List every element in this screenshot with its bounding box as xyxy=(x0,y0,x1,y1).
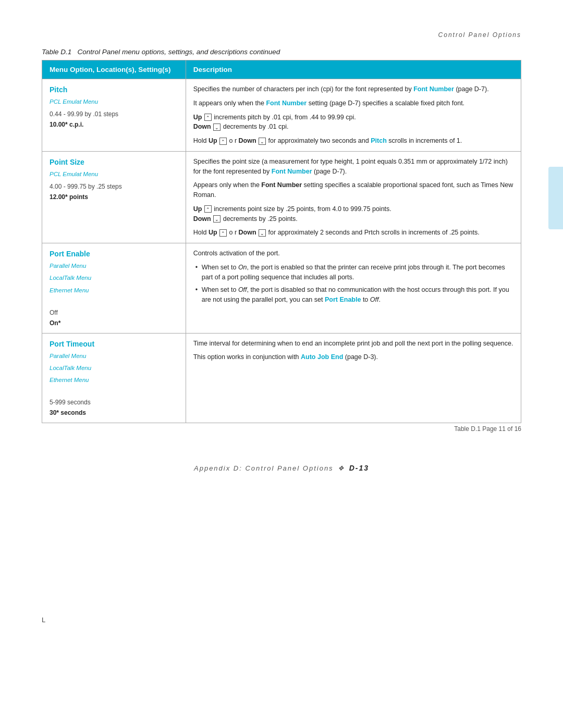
table-footer: Table D.1 Page 11 of 16 xyxy=(42,425,521,433)
option-name-porttimeout: Port Timeout xyxy=(50,339,178,350)
option-setting-porttimeout-1: 5-999 seconds xyxy=(50,398,178,407)
table-row: Port Timeout Parallel Menu LocalTalk Men… xyxy=(42,333,521,423)
hold-up-pointsize: Up xyxy=(209,229,217,236)
footer-left: Appendix D: Control Panel Options xyxy=(194,464,334,472)
down-label-pitch: Down xyxy=(193,123,211,130)
option-setting-pitch-1: 0.44 - 99.99 by .01 steps xyxy=(50,109,178,119)
option-location-porttimeout-3: Ethernet Menu xyxy=(50,376,178,385)
option-cell-porttimeout: Port Timeout Parallel Menu LocalTalk Men… xyxy=(42,333,186,423)
table-row: Point Size PCL Emulat Menu 4.00 - 999.75… xyxy=(42,151,521,243)
table-row: Pitch PCL Emulat Menu 0.44 - 99.99 by .0… xyxy=(42,79,521,152)
desc-cell-pointsize: Specifies the point size (a measurement … xyxy=(186,151,521,243)
desc-cell-pitch: Specifies the number of characters per i… xyxy=(186,79,521,152)
hold-up-arrow-pointsize: ⌃ xyxy=(219,229,227,237)
down-label-pointsize: Down xyxy=(193,215,211,223)
option-location-porttimeout-2: LocalTalk Menu xyxy=(50,364,178,373)
desc-cyan-pitch-1: Font Number xyxy=(413,85,454,93)
table-row: Port Enable Parallel Menu LocalTalk Menu… xyxy=(42,243,521,334)
table-caption-text: Control Panel menu options, settings, an… xyxy=(78,48,248,56)
hold-down-pitch: Down xyxy=(239,137,256,144)
desc-cyan-pointsize-1: Font Number xyxy=(272,168,312,175)
pitch-cyan-ref: Pitch xyxy=(371,137,387,144)
table-caption-continued: continued xyxy=(250,48,280,56)
list-item: When set to On, the port is enabled so t… xyxy=(193,263,513,282)
option-setting-pointsize-1: 4.00 - 999.75 by .25 steps xyxy=(50,182,178,191)
hold-up-arrow-pitch: ⌃ xyxy=(219,138,227,145)
option-name-pitch: Pitch xyxy=(50,84,178,95)
hold-down-arrow-pitch: ⌄ xyxy=(259,138,266,145)
col2-header: Description xyxy=(186,60,521,79)
hold-up-pitch: Up xyxy=(209,137,217,144)
option-location-portenable-2: LocalTalk Menu xyxy=(50,274,178,282)
option-setting-portenable-1: Off xyxy=(50,308,178,317)
option-setting-portenable-2: On* xyxy=(50,318,178,328)
header-title: Control Panel Options xyxy=(438,31,521,39)
side-tab-decoration xyxy=(548,167,563,229)
desc-para-pointsize-1: Specifies the point size (a measurement … xyxy=(193,157,513,177)
col1-header: Menu Option, Location(s), Setting(s) xyxy=(42,60,186,79)
up-label-pointsize: Up xyxy=(193,205,202,213)
page-header: Control Panel Options xyxy=(42,31,521,39)
down-arrow-pitch: ⌄ xyxy=(213,124,221,131)
option-location-pitch: PCL Emulat Menu xyxy=(50,97,178,106)
option-name-portenable: Port Enable xyxy=(50,249,178,260)
down-arrow-pointsize: ⌄ xyxy=(213,215,221,223)
hold-down-pointsize: Down xyxy=(239,229,256,236)
desc-cyan-portenable: Port Enable xyxy=(325,296,361,303)
footer-right: D-13 xyxy=(349,464,369,472)
desc-para-pointsize-2: Appears only when the Font Number settin… xyxy=(193,180,513,200)
option-location-portenable-1: Parallel Menu xyxy=(50,262,178,270)
desc-cell-porttimeout: Time interval for determining when to en… xyxy=(186,333,521,423)
desc-para-pointsize-3: Up ⌃ increments point size by .25 points… xyxy=(193,204,513,224)
main-table: Menu Option, Location(s), Setting(s) Des… xyxy=(42,60,521,423)
option-setting-porttimeout-2: 30* seconds xyxy=(50,408,178,417)
bottom-mark: L xyxy=(42,616,45,624)
desc-para-pitch-1: Specifies the number of characters per i… xyxy=(193,84,513,94)
desc-bold-pointsize-2: Font Number xyxy=(261,181,302,189)
option-cell-pointsize: Point Size PCL Emulat Menu 4.00 - 999.75… xyxy=(42,151,186,243)
desc-para-pitch-4: Hold Up ⌃ o r Down ⌄ for approximately t… xyxy=(193,136,513,146)
option-cell-pitch: Pitch PCL Emulat Menu 0.44 - 99.99 by .0… xyxy=(42,79,186,152)
desc-para-pitch-2: It appears only when the Font Number set… xyxy=(193,98,513,108)
page-footer: Appendix D: Control Panel Options ❖ D-13 xyxy=(42,464,521,472)
up-arrow-pitch: ⌃ xyxy=(204,114,212,121)
page-wrapper: Control Panel Options Table D.1 Control … xyxy=(0,0,563,514)
desc-para-portenable-1: Controls activation of the port. xyxy=(193,249,513,258)
desc-para-porttimeout-1: Time interval for determining when to en… xyxy=(193,339,513,349)
footer-diamond: ❖ xyxy=(338,464,345,472)
up-label-pitch: Up xyxy=(193,114,202,121)
option-location-porttimeout-1: Parallel Menu xyxy=(50,352,178,361)
option-cell-portenable: Port Enable Parallel Menu LocalTalk Menu… xyxy=(42,243,186,334)
option-location-pointsize: PCL Emulat Menu xyxy=(50,170,178,179)
option-name-pointsize: Point Size xyxy=(50,157,178,168)
desc-cyan-pitch-2: Font Number xyxy=(266,100,307,107)
desc-para-pointsize-4: Hold Up ⌃ o r Down ⌄ for approximately 2… xyxy=(193,228,513,238)
table-footer-text: Table D.1 Page 11 of 16 xyxy=(454,425,521,433)
option-location-portenable-3: Ethernet Menu xyxy=(50,286,178,295)
desc-para-pitch-3: Up ⌃ increments pitch by .01 cpi, from .… xyxy=(193,113,513,132)
desc-cyan-porttimeout: Auto Job End xyxy=(301,353,343,361)
desc-para-porttimeout-2: This option works in conjunction with Au… xyxy=(193,352,513,362)
hold-down-arrow-pointsize: ⌄ xyxy=(259,229,266,237)
desc-cell-portenable: Controls activation of the port. When se… xyxy=(186,243,521,334)
up-arrow-pointsize: ⌃ xyxy=(204,205,212,213)
list-item: When set to Off, the port is disabled so… xyxy=(193,285,513,305)
option-setting-pointsize-2: 12.00* points xyxy=(50,192,178,202)
table-caption: Table D.1 xyxy=(42,48,71,56)
option-setting-pitch-2: 10.00* c.p.i. xyxy=(50,120,178,129)
table-title: Table D.1 Control Panel menu options, se… xyxy=(42,48,521,56)
desc-bullets-portenable: When set to On, the port is enabled so t… xyxy=(193,263,513,305)
